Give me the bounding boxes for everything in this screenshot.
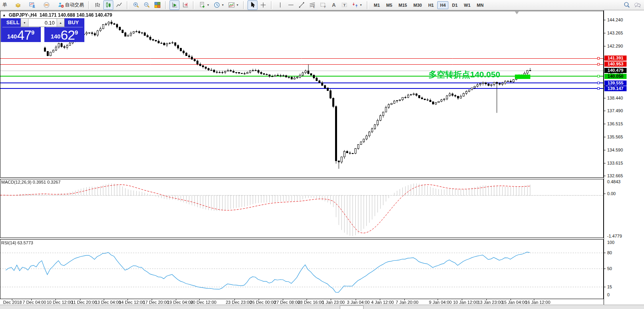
dropdown-caret-icon[interactable]: ▼ <box>360 4 362 6</box>
periods-menu-button[interactable]: ▼ <box>212 0 226 10</box>
toolbar-separator <box>165 1 167 9</box>
cursor-button[interactable] <box>248 0 257 10</box>
templates-icon <box>228 2 235 8</box>
time-tick-label: 16 Jan 12:00 <box>525 300 551 305</box>
timeframe-button-m30[interactable]: M30 <box>411 1 425 9</box>
svg-text:T: T <box>343 3 346 7</box>
toolbar-separator <box>127 1 128 9</box>
highlight-rectangle[interactable] <box>515 75 530 79</box>
autotrading-button[interactable]: 自动交易 <box>56 0 86 10</box>
time-tick-label: 23 Dec 23:00 <box>226 300 252 305</box>
toolbar: 单自动交易▼▼▼EFAT▼M1M5M15M30H1H4D1W1MN <box>0 0 644 10</box>
timeframe-button-h1[interactable]: H1 <box>425 1 436 9</box>
history-center-button[interactable] <box>13 0 23 10</box>
line-chart-button[interactable] <box>114 0 124 10</box>
fibonacci-icon: E <box>309 2 316 8</box>
sell-price: 140479 <box>1 28 41 42</box>
level-label: 139.147 <box>604 86 627 91</box>
axis-tick-mark <box>604 137 606 137</box>
trend-turning-point-annotation[interactable]: 多空转折点140.050 <box>429 69 500 80</box>
trendline-button[interactable] <box>297 0 307 10</box>
toolbar-separator <box>243 1 245 9</box>
sell-price-prefix: 140 <box>7 33 17 42</box>
axis-tick-mark <box>604 163 606 163</box>
time-tick-label: 1 Jan 23:00 <box>322 300 345 305</box>
price-tick-label: 135.565 <box>607 134 623 139</box>
vertical-line-button[interactable] <box>275 0 285 10</box>
rsi-tick-label: 100 <box>607 240 614 245</box>
axis-tick-mark <box>604 269 606 269</box>
text-button[interactable]: A <box>329 0 339 10</box>
timeframe-button-d1[interactable]: D1 <box>449 1 460 9</box>
symbol-period-label: GBPJPY-,H4 <box>9 12 37 18</box>
timeframe-button-h4[interactable]: H4 <box>437 1 448 9</box>
volume-stepper: ▼ ▲ <box>21 18 65 27</box>
buy-price: 140629 <box>44 28 84 42</box>
timeframe-button-mn[interactable]: MN <box>474 1 486 9</box>
buy-price-prefix: 140 <box>51 33 61 42</box>
line-chart-icon <box>116 2 122 8</box>
time-tick-label: 4 Jan 12:00 <box>371 300 394 305</box>
price-tick-label: 136.515 <box>607 121 623 126</box>
price-tick-label: 133.615 <box>607 161 623 165</box>
toolbar-separator <box>367 1 368 9</box>
axis-tick-mark <box>604 20 606 20</box>
timeframe-button-w1[interactable]: W1 <box>461 1 473 9</box>
horizontal-scrollbar[interactable] <box>0 305 644 309</box>
tile-windows-button[interactable] <box>152 0 162 10</box>
time-tick-label: 17 Dec 20:00 <box>143 300 169 305</box>
horizontal-line-button[interactable] <box>286 0 296 10</box>
candlestick-chart-icon <box>105 2 112 8</box>
equidistant-channel-button[interactable]: F <box>318 0 328 10</box>
new-order-menu-button[interactable]: ▼ <box>197 0 211 10</box>
toolbar-separator <box>88 1 90 9</box>
panel-collapse-icon[interactable]: ▲ <box>2 13 6 17</box>
crosshair-icon <box>260 2 267 8</box>
signals-button[interactable] <box>42 0 51 10</box>
time-tick-label: 10 Dec 12:00 <box>47 300 72 305</box>
horizontal-line-icon <box>288 2 294 8</box>
time-tick-label: 3 Jan 04:00 <box>347 300 370 305</box>
zoom-out-button[interactable] <box>142 0 152 10</box>
timeframe-button-m1[interactable]: M1 <box>371 1 383 9</box>
time-tick-label: 9 Jan 04:00 <box>429 300 452 305</box>
timeframe-button-m5[interactable]: M5 <box>383 1 395 9</box>
chart-shift-button[interactable] <box>180 0 190 10</box>
time-tick-label: Dec 2018 <box>3 300 22 305</box>
time-tick-label: 13 Dec 04:00 <box>95 300 121 305</box>
chart-shift-icon <box>182 2 189 8</box>
search-button[interactable] <box>622 0 632 10</box>
time-tick-label: 28 Dec 16:00 <box>298 300 324 305</box>
auto-scroll-button[interactable] <box>170 0 179 10</box>
dropdown-caret-icon[interactable]: ▼ <box>207 4 210 6</box>
time-tick-label: 10 Jan 12:00 <box>453 300 478 305</box>
dropdown-caret-icon[interactable]: ▼ <box>221 4 224 6</box>
signals-icon <box>43 2 50 8</box>
bid-price-label: 140.479 <box>604 68 627 73</box>
price-tick-label: 137.490 <box>607 108 623 113</box>
time-tick-label: 14 Dec 12:00 <box>119 300 145 305</box>
templates-menu-button[interactable]: ▼ <box>227 0 240 10</box>
candlestick-chart-button[interactable] <box>103 0 113 10</box>
volume-decrease-button[interactable]: ▼ <box>21 19 29 27</box>
time-tick-label: 7 Dec 04:00 <box>23 300 46 305</box>
arrows-button[interactable]: ▼ <box>350 0 364 10</box>
bar-chart-button[interactable] <box>93 0 103 10</box>
timeframe-button-m15[interactable]: M15 <box>396 1 410 9</box>
price-chart-canvas[interactable] <box>0 10 604 305</box>
scrollbar-thumb[interactable] <box>340 305 364 309</box>
zoom-in-button[interactable] <box>131 0 141 10</box>
volume-increase-button[interactable]: ▲ <box>57 19 64 27</box>
fibonacci-button[interactable]: E <box>307 0 317 10</box>
chat-button[interactable] <box>633 0 642 10</box>
new-order-button[interactable]: 单 <box>1 0 9 10</box>
volume-input[interactable] <box>29 19 57 27</box>
text-icon: A <box>330 2 337 8</box>
macd-tick-label: -1.4779 <box>607 234 622 238</box>
dropdown-caret-icon[interactable]: ▼ <box>236 4 239 6</box>
toolbar-separator <box>271 1 272 9</box>
chart-window-button[interactable] <box>27 0 37 10</box>
chart-shift-marker-icon[interactable] <box>515 12 519 14</box>
crosshair-button[interactable] <box>258 0 268 10</box>
text-label-button[interactable]: T <box>339 0 349 10</box>
